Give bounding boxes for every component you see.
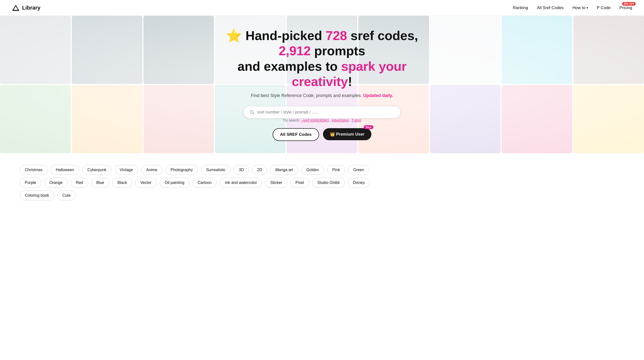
chevron-down-icon: ▾	[586, 6, 588, 10]
logo-text: Library	[22, 5, 40, 11]
tags-row-1: ChristmasHalloweenCyberpunkVintageAnimeP…	[20, 165, 624, 175]
hero-subtitle: Find best Style Reference Code, prompts …	[217, 93, 427, 98]
try-link-sref[interactable]: --sref 4169240941	[301, 118, 329, 122]
search-try: Try search: --sref 4169240941 , Advertis…	[283, 118, 361, 122]
nav-links: Ranking All Sref Codes How to ▾ P Code P…	[513, 6, 632, 10]
tag-pink[interactable]: Pink	[327, 165, 345, 175]
hero-buttons: All SREF Codes 👑 Premium User New	[273, 128, 371, 141]
premium-button-wrapper: 👑 Premium User New	[323, 128, 371, 141]
tag-black[interactable]: Black	[112, 178, 132, 188]
tag-photography[interactable]: Photography	[165, 165, 198, 175]
tag-2d[interactable]: 2D	[252, 165, 267, 175]
tag-cute[interactable]: Cute	[57, 190, 76, 200]
search-icon	[250, 110, 254, 115]
tag-anime[interactable]: Anime	[141, 165, 162, 175]
tag-oil-painting[interactable]: Oil painting	[160, 178, 190, 188]
tag-orange[interactable]: Orange	[44, 178, 68, 188]
try-link-advertising[interactable]: Advertising	[332, 118, 349, 122]
search-area: Try search: --sref 4169240941 , Advertis…	[217, 106, 427, 141]
tag-coloring-book[interactable]: Coloring book	[20, 190, 54, 200]
tag-cyberpunk[interactable]: Cyberpunk	[82, 165, 112, 175]
tag-halloween[interactable]: Halloween	[50, 165, 79, 175]
logo-icon	[12, 4, 20, 12]
tag-pixel[interactable]: Pixel	[290, 178, 309, 188]
nav-pricing-wrapper: Pricing 30% OFF	[620, 6, 632, 10]
hero-number2: 2,912	[279, 44, 311, 58]
tag-golden[interactable]: Golden	[301, 165, 324, 175]
tags-row-3: Coloring bookCute	[20, 190, 624, 200]
all-sref-codes-button[interactable]: All SREF Codes	[273, 128, 319, 141]
tag-purple[interactable]: Purple	[20, 178, 41, 188]
tag-vintage[interactable]: Vintage	[114, 165, 138, 175]
hero-title-exclaim: !	[348, 74, 352, 89]
tag-cartoon[interactable]: Cartoon	[192, 178, 217, 188]
try-sep1: ,	[330, 118, 332, 122]
nav-how-to[interactable]: How to ▾	[572, 6, 588, 10]
premium-user-button[interactable]: 👑 Premium User	[323, 128, 371, 140]
hero-title-end: and examples to	[238, 59, 341, 74]
hero-title: ⭐ Hand-picked 728 sref codes, 2,912 prom…	[217, 28, 427, 90]
tag-studio-ghibli[interactable]: Studio Ghibli	[312, 178, 345, 188]
navbar: Library Ranking All Sref Codes How to ▾ …	[0, 0, 644, 16]
hero-subtitle-text: Find best Style Reference Code, prompts …	[251, 93, 362, 98]
hero-section: ⭐ Hand-picked 728 sref codes, 2,912 prom…	[0, 16, 644, 153]
hero-title-mid2: prompts	[311, 44, 365, 58]
try-label: Try search:	[283, 118, 301, 122]
search-input[interactable]	[258, 110, 394, 115]
hero-title-mid1: sref codes,	[347, 28, 418, 43]
pricing-discount-badge: 30% OFF	[622, 2, 636, 6]
hero-content: ⭐ Hand-picked 728 sref codes, 2,912 prom…	[212, 18, 432, 151]
tag-manga-art[interactable]: Manga art	[270, 165, 298, 175]
tag-sticker[interactable]: Sticker	[265, 178, 287, 188]
hero-number1: 728	[326, 28, 347, 43]
tag-blue[interactable]: Blue	[91, 178, 109, 188]
tag-christmas[interactable]: Christmas	[20, 165, 48, 175]
tag-red[interactable]: Red	[71, 178, 88, 188]
tag-surrealistic[interactable]: Surrealistic	[201, 165, 231, 175]
logo[interactable]: Library	[12, 4, 40, 12]
nav-pricing[interactable]: Pricing	[620, 6, 632, 10]
tag-ink-and-watercolor[interactable]: Ink and watercolor	[220, 178, 262, 188]
svg-line-3	[253, 113, 254, 114]
hero-title-start: Hand-picked	[246, 28, 326, 43]
hero-star: ⭐	[226, 28, 242, 43]
nav-all-sref-codes[interactable]: All Sref Codes	[537, 6, 564, 10]
premium-new-badge: New	[364, 125, 373, 129]
search-bar	[244, 106, 400, 118]
nav-ranking[interactable]: Ranking	[513, 6, 528, 10]
tags-section: ChristmasHalloweenCyberpunkVintageAnimeP…	[0, 153, 644, 213]
nav-p-code[interactable]: P Code	[597, 6, 610, 10]
tags-row-2: PurpleOrangeRedBlueBlackVectorOil painti…	[20, 178, 624, 188]
tag-green[interactable]: Green	[348, 165, 369, 175]
hero-updated-label: Updated daily.	[363, 93, 393, 98]
try-link-tshirt[interactable]: T-shirt	[352, 118, 361, 122]
tag-vector[interactable]: Vector	[135, 178, 156, 188]
tag-3d[interactable]: 3D	[234, 165, 249, 175]
tag-disney[interactable]: Disney	[348, 178, 370, 188]
